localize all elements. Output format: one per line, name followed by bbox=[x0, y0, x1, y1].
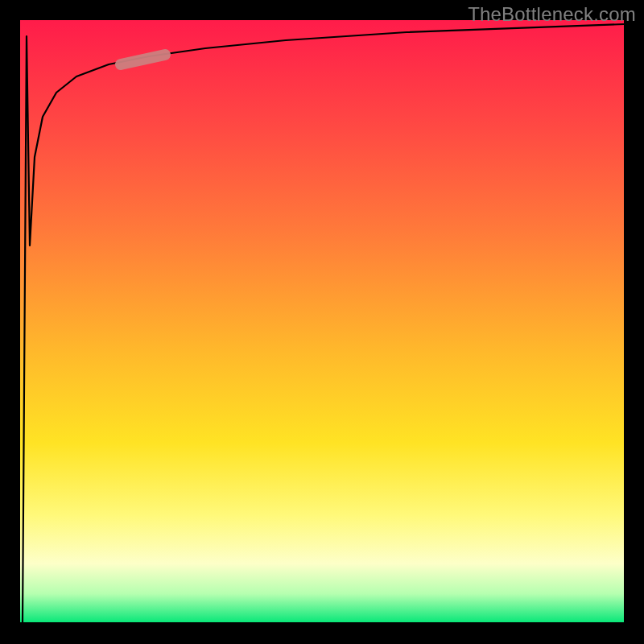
chart-container: TheBottleneck.com bbox=[0, 0, 644, 644]
y-axis bbox=[19, 20, 20, 624]
watermark-text: TheBottleneck.com bbox=[468, 3, 636, 26]
x-axis bbox=[20, 622, 624, 624]
gradient-plot-area bbox=[20, 20, 624, 624]
